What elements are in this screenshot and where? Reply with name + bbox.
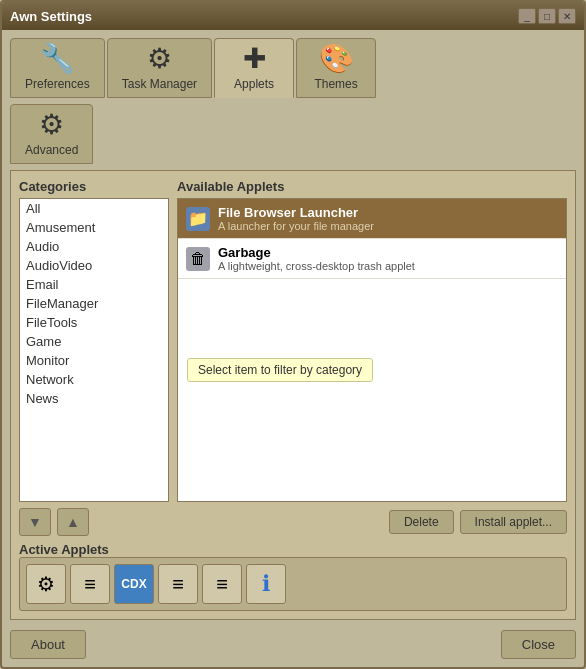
applet-item-file-browser[interactable]: 📁 File Browser Launcher A launcher for y…: [178, 199, 566, 239]
applets-list[interactable]: 📁 File Browser Launcher A launcher for y…: [177, 198, 567, 502]
tab-task-manager-label: Task Manager: [122, 77, 197, 91]
active-applets-row: ⚙ ≡ CDX ≡ ≡ ℹ: [19, 557, 567, 611]
applet-info: File Browser Launcher A launcher for you…: [218, 205, 374, 232]
category-item[interactable]: Email: [20, 275, 168, 294]
applets-panel: Available Applets 📁 File Browser Launche…: [177, 179, 567, 502]
tabs-row: 🔧 Preferences ⚙ Task Manager ✚ Applets 🎨…: [10, 38, 576, 98]
active-slot-info[interactable]: ℹ: [246, 564, 286, 604]
close-window-button[interactable]: ✕: [558, 8, 576, 24]
applet-desc: A lightweight, cross-desktop trash apple…: [218, 260, 415, 272]
about-button[interactable]: About: [10, 630, 86, 659]
categories-panel: Categories All Amusement Audio AudioVide…: [19, 179, 169, 502]
applets-icon: ✚: [243, 45, 266, 73]
maximize-button[interactable]: □: [538, 8, 556, 24]
applet-info: Garbage A lightweight, cross-desktop tra…: [218, 245, 415, 272]
tab-applets-label: Applets: [234, 77, 274, 91]
preferences-icon: 🔧: [40, 45, 75, 73]
category-item[interactable]: Network: [20, 370, 168, 389]
tab-advanced[interactable]: ⚙ Advanced: [10, 104, 93, 164]
garbage-icon: 🗑: [186, 247, 210, 271]
active-slot-gear[interactable]: ⚙: [26, 564, 66, 604]
panel-inner: Categories All Amusement Audio AudioVide…: [19, 179, 567, 502]
tab-advanced-label: Advanced: [25, 143, 78, 157]
active-slot-cdx[interactable]: CDX: [114, 564, 154, 604]
categories-label: Categories: [19, 179, 169, 194]
tab-themes-label: Themes: [314, 77, 357, 91]
content-area: 🔧 Preferences ⚙ Task Manager ✚ Applets 🎨…: [2, 30, 584, 667]
applets-container: 📁 File Browser Launcher A launcher for y…: [177, 198, 567, 502]
bottom-buttons: About Close: [10, 626, 576, 659]
titlebar: Awn Settings _ □ ✕: [2, 2, 584, 30]
active-slot-list2[interactable]: ≡: [158, 564, 198, 604]
tab-preferences-label: Preferences: [25, 77, 90, 91]
file-browser-icon: 📁: [186, 207, 210, 231]
advanced-icon: ⚙: [39, 111, 64, 139]
main-window: Awn Settings _ □ ✕ 🔧 Preferences ⚙ Task …: [0, 0, 586, 669]
install-applet-button[interactable]: Install applet...: [460, 510, 567, 534]
tabs-second-row: ⚙ Advanced: [10, 104, 576, 164]
category-item[interactable]: Monitor: [20, 351, 168, 370]
applet-item-garbage[interactable]: 🗑 Garbage A lightweight, cross-desktop t…: [178, 239, 566, 279]
task-manager-icon: ⚙: [147, 45, 172, 73]
window-title: Awn Settings: [10, 9, 92, 24]
category-item[interactable]: All: [20, 199, 168, 218]
category-item[interactable]: FileManager: [20, 294, 168, 313]
applet-name: File Browser Launcher: [218, 205, 374, 220]
category-item[interactable]: Amusement: [20, 218, 168, 237]
category-item[interactable]: Audio: [20, 237, 168, 256]
category-item[interactable]: News: [20, 389, 168, 408]
categories-list[interactable]: All Amusement Audio AudioVideo Email Fil…: [19, 198, 169, 502]
titlebar-controls: _ □ ✕: [518, 8, 576, 24]
applet-desc: A launcher for your file manager: [218, 220, 374, 232]
active-applets-section: Active Applets ⚙ ≡ CDX ≡ ≡ ℹ: [19, 542, 567, 611]
tab-preferences[interactable]: 🔧 Preferences: [10, 38, 105, 98]
move-down-button[interactable]: ▼: [19, 508, 51, 536]
applet-name: Garbage: [218, 245, 415, 260]
tab-task-manager[interactable]: ⚙ Task Manager: [107, 38, 212, 98]
category-item[interactable]: FileTools: [20, 313, 168, 332]
tab-themes[interactable]: 🎨 Themes: [296, 38, 376, 98]
tab-applets[interactable]: ✚ Applets: [214, 38, 294, 98]
move-up-button[interactable]: ▲: [57, 508, 89, 536]
active-slot-list3[interactable]: ≡: [202, 564, 242, 604]
themes-icon: 🎨: [319, 45, 354, 73]
close-button[interactable]: Close: [501, 630, 576, 659]
category-item[interactable]: Game: [20, 332, 168, 351]
main-panel: Categories All Amusement Audio AudioVide…: [10, 170, 576, 620]
active-slot-list1[interactable]: ≡: [70, 564, 110, 604]
delete-button[interactable]: Delete: [389, 510, 454, 534]
buttons-row: ▼ ▲ Delete Install applet...: [19, 508, 567, 536]
applets-label: Available Applets: [177, 179, 567, 194]
category-item[interactable]: AudioVideo: [20, 256, 168, 275]
minimize-button[interactable]: _: [518, 8, 536, 24]
active-applets-label: Active Applets: [19, 542, 109, 557]
